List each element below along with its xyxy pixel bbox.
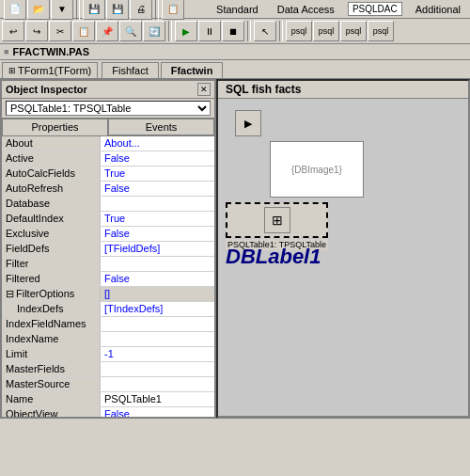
prop-event-tabs: Properties Events bbox=[2, 119, 214, 136]
design-panel: SQL fish facts ▶ {DBImage1} ⊞ PSQLTable1… bbox=[216, 79, 470, 419]
prop-name: ObjectView bbox=[2, 407, 101, 417]
new-icon[interactable]: 📄 bbox=[4, 0, 26, 20]
cut-icon[interactable]: ✂ bbox=[49, 21, 71, 41]
dbimage1-component[interactable]: {DBImage1} bbox=[270, 141, 364, 198]
psqltable1-icon: ⊞ bbox=[264, 207, 290, 233]
find-icon[interactable]: 🔍 bbox=[119, 21, 142, 41]
prop-value[interactable] bbox=[101, 317, 214, 331]
psqldac-label: PSQLDAC bbox=[348, 2, 402, 16]
tab-fishfact[interactable]: Fishfact bbox=[102, 62, 159, 78]
save-icon[interactable]: 💾 bbox=[83, 0, 105, 20]
prop-row: FieldDefs[TFieldDefs] bbox=[2, 242, 214, 257]
file-icon: ■ bbox=[4, 47, 8, 56]
obj-inspector-tab[interactable]: ⊞ TForm1(TForm) bbox=[2, 62, 98, 78]
menu-dataaccess[interactable]: Data Access bbox=[272, 3, 340, 16]
sep1 bbox=[76, 0, 80, 20]
prop-name: About bbox=[2, 136, 101, 151]
prop-row: AutoCalcFieldsTrue bbox=[2, 167, 214, 182]
tab-ffactwin[interactable]: Ffactwin bbox=[161, 62, 224, 78]
prop-row: NamePSQLTable1 bbox=[2, 392, 214, 407]
prop-row: ObjectViewFalse bbox=[2, 407, 214, 417]
events-tab[interactable]: Events bbox=[108, 119, 214, 135]
psqltable1-box: ⊞ bbox=[226, 202, 328, 238]
prop-name: IndexName bbox=[2, 332, 101, 346]
prop-value[interactable] bbox=[101, 332, 214, 346]
prop-name: AutoRefresh bbox=[2, 182, 101, 196]
prop-name: Filter bbox=[2, 257, 101, 271]
prop-row: MasterSource bbox=[2, 377, 214, 392]
sep4 bbox=[247, 21, 251, 41]
copy-icon[interactable]: 📋 bbox=[72, 21, 95, 41]
psql-btn-3[interactable]: psql bbox=[340, 21, 367, 41]
obj-inspector-header: Object Inspector ✕ bbox=[2, 81, 214, 99]
tabs-area: ⊞ TForm1(TForm) Fishfact Ffactwin bbox=[0, 60, 470, 79]
prop-name: Filtered bbox=[2, 272, 101, 286]
prop-value[interactable] bbox=[101, 257, 214, 271]
prop-name: Name bbox=[2, 392, 101, 406]
psql-btn-4[interactable]: psql bbox=[368, 21, 394, 41]
prop-value[interactable]: False bbox=[101, 182, 214, 196]
prop-name: ⊟FilterOptions bbox=[2, 287, 101, 301]
prop-name: MasterSource bbox=[2, 377, 101, 391]
form-tab-label: TForm1(TForm) bbox=[18, 65, 91, 76]
toolbar-icons-row1: 📄 📂 ▼ 💾 💾 🖨 📋 bbox=[4, 0, 184, 20]
undo-icon[interactable]: ↩ bbox=[2, 21, 24, 41]
replace-icon[interactable]: 🔄 bbox=[143, 21, 165, 41]
print-icon[interactable]: 🖨 bbox=[130, 0, 152, 20]
prop-name: Active bbox=[2, 151, 101, 166]
prop-row: ActiveFalse bbox=[2, 151, 214, 167]
prop-value[interactable]: [TFieldDefs] bbox=[101, 242, 214, 256]
nav-component[interactable]: ▶ bbox=[235, 110, 261, 136]
prop-value[interactable]: False bbox=[101, 151, 214, 166]
prop-name: AutoCalcFields bbox=[2, 167, 101, 181]
menu-additional[interactable]: Additional bbox=[410, 3, 466, 16]
obj-dropdown-select[interactable]: PSQLTable1: TPSQLTable bbox=[6, 101, 211, 116]
properties-list: AboutAbout...ActiveFalseAutoCalcFieldsTr… bbox=[2, 136, 214, 417]
prop-value[interactable]: -1 bbox=[101, 347, 214, 361]
prop-row: AboutAbout... bbox=[2, 136, 214, 151]
prop-value[interactable]: PSQLTable1 bbox=[101, 392, 214, 406]
pause-icon[interactable]: ⏸ bbox=[198, 21, 221, 41]
sep3 bbox=[168, 21, 172, 41]
prop-row: IndexDefs[TIndexDefs] bbox=[2, 302, 214, 317]
prop-value[interactable] bbox=[101, 377, 214, 391]
sep5 bbox=[279, 21, 283, 41]
prop-value[interactable]: True bbox=[101, 167, 214, 181]
dropdown-icon[interactable]: ▼ bbox=[51, 0, 73, 20]
stop-icon[interactable]: ⏹ bbox=[222, 21, 244, 41]
psql-btn-1[interactable]: psql bbox=[286, 21, 312, 41]
prop-value[interactable] bbox=[101, 362, 214, 376]
status-bar: |◀ ◀ ▶ ▶| bbox=[218, 416, 468, 419]
prop-value[interactable]: True bbox=[101, 212, 214, 226]
prop-value[interactable]: [] bbox=[101, 287, 214, 301]
psqltable1-component[interactable]: ⊞ PSQLTable1: TPSQLTable bbox=[226, 202, 328, 250]
obj-inspector-close-button[interactable]: ✕ bbox=[197, 83, 211, 96]
redo-icon[interactable]: ↪ bbox=[25, 21, 48, 41]
prop-row: IndexFieldNames bbox=[2, 317, 214, 332]
project-icon[interactable]: 📋 bbox=[162, 0, 184, 20]
run-icon[interactable]: ▶ bbox=[175, 21, 197, 41]
prop-row: DefaultIndexTrue bbox=[2, 212, 214, 227]
prop-value[interactable]: About... bbox=[101, 136, 214, 151]
design-surface[interactable]: ▶ {DBImage1} ⊞ PSQLTable1: TPSQLTable DB… bbox=[218, 99, 468, 419]
menu-right: Standard Data Access PSQLDAC Additional bbox=[211, 2, 466, 16]
prop-row: AutoRefreshFalse bbox=[2, 182, 214, 197]
paste-icon[interactable]: 📌 bbox=[96, 21, 118, 41]
psql-btn-2[interactable]: psql bbox=[313, 21, 339, 41]
prop-value[interactable]: [TIndexDefs] bbox=[101, 302, 214, 316]
main-layout: Object Inspector ✕ PSQLTable1: TPSQLTabl… bbox=[0, 79, 470, 419]
properties-tab[interactable]: Properties bbox=[2, 119, 108, 135]
prop-value[interactable] bbox=[101, 197, 214, 211]
open-icon[interactable]: 📂 bbox=[27, 0, 50, 20]
saveall-icon[interactable]: 💾 bbox=[106, 0, 129, 20]
file-title: FFACTWIN.PAS bbox=[12, 46, 89, 57]
prop-value[interactable]: False bbox=[101, 227, 214, 241]
prop-value[interactable]: False bbox=[101, 272, 214, 286]
dblabel1-text[interactable]: DBLabel1 bbox=[226, 245, 321, 269]
cursor-icon[interactable]: ↖ bbox=[254, 21, 276, 41]
sep2 bbox=[155, 0, 159, 20]
prop-value[interactable]: False bbox=[101, 407, 214, 417]
menu-standard[interactable]: Standard bbox=[211, 3, 264, 16]
prop-name: FieldDefs bbox=[2, 242, 101, 256]
prop-name: IndexFieldNames bbox=[2, 317, 101, 331]
